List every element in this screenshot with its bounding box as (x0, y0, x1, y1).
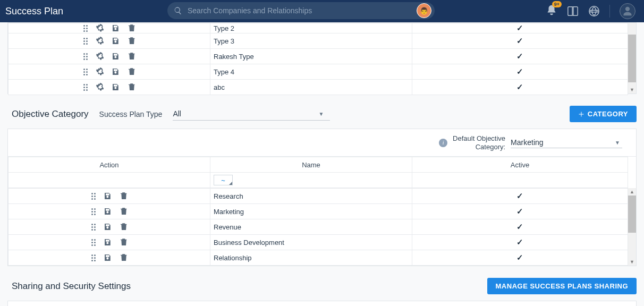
category-row: Business Development✓ (9, 235, 628, 250)
type-name: Rakesh Type (210, 49, 412, 64)
category-header-row: Action Name Active (9, 157, 628, 173)
drag-handle-icon[interactable] (83, 25, 88, 32)
drag-handle-icon[interactable] (91, 254, 96, 261)
add-category-button[interactable]: CATEGORY (570, 106, 637, 122)
plan-type-select[interactable] (173, 107, 330, 121)
active-check-icon: ✓ (516, 23, 523, 32)
category-name: Revenue (210, 219, 412, 235)
plan-type-label: Success Plan Type (99, 110, 163, 118)
col-action: Action (9, 157, 210, 173)
drag-handle-icon[interactable] (91, 239, 96, 246)
active-check-icon: ✓ (516, 207, 523, 216)
type-row: abc✓ (9, 80, 628, 95)
drag-handle-icon[interactable] (91, 224, 96, 231)
save-icon[interactable] (104, 238, 112, 246)
sharing-panel (7, 301, 637, 306)
app-header: Success Plan 👨 9+ (0, 0, 644, 22)
trash-icon[interactable] (128, 83, 136, 91)
type-name: Type 2 (210, 23, 412, 33)
plus-icon (578, 111, 584, 117)
drag-handle-icon[interactable] (83, 69, 88, 75)
search-icon (174, 6, 182, 15)
info-icon[interactable]: i (439, 139, 447, 147)
globe-icon[interactable] (588, 5, 600, 17)
category-table: Action Name Active ~ (8, 157, 628, 188)
save-icon[interactable] (112, 83, 120, 91)
trash-icon[interactable] (128, 24, 136, 32)
gear-icon[interactable] (96, 83, 104, 91)
sharing-title: Sharing and Security Settings (12, 281, 131, 292)
drag-handle-icon[interactable] (91, 208, 96, 215)
default-category-row: i Default Objective Category: ▼ (8, 129, 636, 157)
types-table: Type 2✓Type 3✓Rakesh Type✓Type 4✓abc✓ (8, 23, 628, 95)
category-row: Research✓ (9, 189, 628, 204)
type-row: Type 2✓ (9, 23, 628, 33)
active-check-icon: ✓ (516, 222, 523, 231)
save-icon[interactable] (112, 24, 120, 32)
gear-icon[interactable] (96, 52, 104, 61)
active-check-icon: ✓ (516, 237, 523, 246)
save-icon[interactable] (104, 192, 112, 200)
header-divider (609, 5, 610, 18)
type-name: Type 4 (210, 64, 412, 80)
objective-section-header: Objective Category Success Plan Type ▼ C… (12, 106, 637, 122)
type-row: Rakesh Type✓ (9, 49, 628, 64)
trash-icon[interactable] (120, 207, 128, 216)
col-name: Name (210, 157, 412, 173)
type-name: abc (210, 80, 412, 95)
category-row: Marketing✓ (9, 204, 628, 219)
category-table-wrap: i Default Objective Category: ▼ Action N… (7, 129, 637, 266)
default-category-select[interactable] (511, 137, 622, 148)
active-check-icon: ✓ (516, 52, 523, 61)
save-icon[interactable] (112, 52, 120, 61)
active-check-icon: ✓ (516, 82, 523, 91)
trash-icon[interactable] (120, 192, 128, 200)
save-icon[interactable] (104, 223, 112, 231)
sharing-section-header: Sharing and Security Settings MANAGE SUC… (12, 278, 637, 294)
brand-title: Success Plan (5, 6, 165, 17)
notifications-button[interactable]: 9+ (546, 4, 557, 18)
active-check-icon: ✓ (516, 36, 523, 45)
category-scrollbar[interactable]: ▲ ▼ (628, 188, 636, 266)
trash-icon[interactable] (120, 253, 128, 262)
drag-handle-icon[interactable] (83, 53, 88, 60)
user-avatar[interactable] (620, 3, 635, 19)
trash-icon[interactable] (128, 67, 136, 76)
active-check-icon: ✓ (516, 67, 523, 76)
category-name: Research (210, 189, 412, 204)
trash-icon[interactable] (128, 52, 136, 61)
gear-icon[interactable] (96, 67, 104, 76)
gear-icon[interactable] (96, 37, 104, 45)
active-check-icon: ✓ (516, 191, 523, 200)
search-avatar[interactable]: 👨 (417, 3, 431, 18)
drag-handle-icon[interactable] (83, 84, 88, 91)
drag-handle-icon[interactable] (91, 193, 96, 200)
col-active: Active (412, 157, 628, 173)
type-row: Type 3✓ (9, 33, 628, 49)
drag-handle-icon[interactable] (83, 38, 88, 45)
notification-badge: 9+ (552, 1, 562, 7)
save-icon[interactable] (104, 253, 112, 262)
type-name: Type 3 (210, 33, 412, 49)
type-row: Type 4✓ (9, 64, 628, 80)
types-scrollbar[interactable]: ▼ (628, 23, 636, 94)
save-icon[interactable] (112, 67, 120, 76)
trash-icon[interactable] (120, 223, 128, 231)
trash-icon[interactable] (128, 37, 136, 45)
save-icon[interactable] (104, 207, 112, 216)
global-search[interactable]: 👨 (167, 2, 435, 19)
objective-title: Objective Category (12, 109, 89, 120)
default-category-label: Default Objective Category: (453, 134, 505, 151)
save-icon[interactable] (112, 37, 120, 45)
category-row: Relationship✓ (9, 250, 628, 266)
manage-sharing-button[interactable]: MANAGE SUCCESS PLANS SHARING (487, 278, 637, 294)
active-check-icon: ✓ (516, 253, 523, 262)
trash-icon[interactable] (120, 238, 128, 246)
category-row: Revenue✓ (9, 219, 628, 235)
docs-icon[interactable] (567, 5, 579, 17)
name-filter[interactable]: ~ (214, 175, 233, 185)
gear-icon[interactable] (96, 24, 104, 32)
category-name: Business Development (210, 235, 412, 250)
search-input[interactable] (188, 2, 414, 19)
category-filter-row: ~ (9, 173, 628, 188)
